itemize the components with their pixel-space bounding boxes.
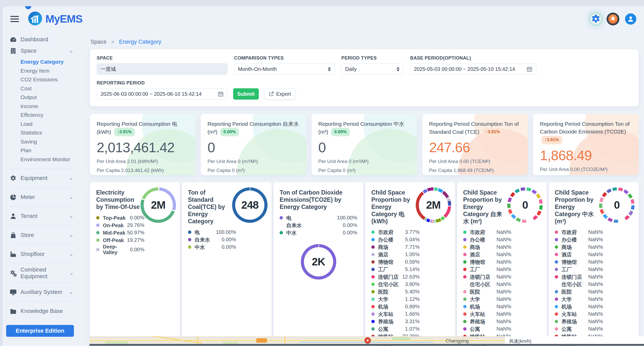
- sidebar-item-environment-monitor[interactable]: Environment Monitor: [3, 155, 77, 164]
- legend-item[interactable]: 办公楼NaN%: [463, 236, 511, 243]
- legend-item[interactable]: 中水0.00%: [280, 229, 357, 236]
- legend-item[interactable]: 大学1.12%: [371, 295, 420, 303]
- legend-item[interactable]: 酒店NaN%: [555, 251, 603, 258]
- legend-item[interactable]: 火车站1.66%: [371, 310, 420, 318]
- legend-item[interactable]: 医院NaN%: [555, 288, 603, 295]
- sidebar-item-store[interactable]: Store: [3, 227, 77, 243]
- sidebar-item-cost[interactable]: Cost: [3, 84, 77, 93]
- legend-item[interactable]: Top-Peak0.00%: [96, 214, 144, 222]
- legend-item[interactable]: Deep-Valley0.00%: [96, 244, 144, 255]
- person-icon: [10, 213, 17, 220]
- sidebar-item-load[interactable]: Load: [3, 120, 77, 129]
- legend-item[interactable]: 酒店NaN%: [463, 251, 511, 258]
- sidebar-item-statistics[interactable]: Statistics: [3, 128, 77, 137]
- legend-item[interactable]: 住宅小区NaN%: [555, 281, 603, 288]
- legend-item[interactable]: 商场NaN%: [555, 243, 603, 251]
- legend-value: NaN%: [588, 289, 603, 295]
- horizontal-scrollbar[interactable]: [90, 344, 644, 346]
- sidebar-item-equipment[interactable]: Equipment: [3, 170, 77, 186]
- export-button[interactable]: Export: [264, 88, 295, 100]
- breadcrumb-energy-category[interactable]: Energy Category: [119, 39, 161, 45]
- sidebar-item-income[interactable]: Income: [3, 102, 77, 111]
- notifications-bell-icon[interactable]: [607, 13, 619, 25]
- legend-item[interactable]: 火车站NaN%: [555, 310, 603, 318]
- legend-item[interactable]: 养殖场3.31%: [371, 318, 420, 325]
- map-strip[interactable]: Changying 风速(km/h): [90, 336, 644, 345]
- legend-item[interactable]: 机场NaN%: [463, 303, 511, 310]
- legend-item[interactable]: 公寓NaN%: [555, 325, 603, 333]
- legend-item[interactable]: 大学NaN%: [555, 295, 603, 303]
- sidebar-item-dashboard[interactable]: Dashboard: [3, 34, 77, 45]
- legend-item[interactable]: 办公楼5.04%: [371, 236, 420, 243]
- legend-item[interactable]: 商场NaN%: [463, 243, 511, 251]
- legend-item[interactable]: 酒店1.05%: [371, 251, 420, 258]
- enterprise-edition-button[interactable]: Enterprise Edition: [6, 325, 74, 337]
- legend-item[interactable]: Off-Peak19.27%: [96, 236, 144, 244]
- legend-item[interactable]: 连锁门店12.63%: [371, 273, 420, 281]
- submit-button[interactable]: Submit: [233, 88, 259, 100]
- sidebar-item-energy-item[interactable]: Energy Item: [3, 66, 77, 75]
- legend-label: 市政府: [561, 229, 588, 235]
- legend-color-dot: [463, 327, 467, 331]
- sidebar-item-meter[interactable]: Meter: [3, 189, 77, 205]
- legend-item[interactable]: 大学NaN%: [463, 295, 511, 303]
- legend-item[interactable]: 电100.00%: [188, 228, 236, 236]
- legend-item[interactable]: 养殖场NaN%: [463, 318, 511, 325]
- user-avatar[interactable]: [625, 13, 636, 25]
- legend-item[interactable]: 工厂NaN%: [463, 266, 511, 273]
- sidebar-item-energy-category[interactable]: Energy Category: [3, 57, 77, 66]
- legend-value: 100.00%: [216, 229, 236, 235]
- legend-item[interactable]: 医院NaN%: [463, 288, 511, 295]
- legend-item[interactable]: 博物馆NaN%: [555, 258, 603, 266]
- legend-item[interactable]: 办公楼NaN%: [555, 236, 603, 243]
- settings-gear-icon[interactable]: [591, 14, 601, 24]
- sidebar-item-combined-equipment[interactable]: Combined Equipment: [3, 265, 77, 281]
- sidebar-item-knowledge-base[interactable]: Knowledge Base: [3, 303, 77, 319]
- base-period-input[interactable]: 2025-05-03 00:00:00 ~ 2025-05-10 15:42:1…: [410, 63, 536, 75]
- sidebar-item-shopfloor[interactable]: Shopfloor: [3, 246, 77, 262]
- legend-item[interactable]: 连锁门店NaN%: [555, 273, 603, 281]
- legend-item[interactable]: 连锁门店NaN%: [463, 273, 511, 281]
- sidebar-item-auxiliary-system[interactable]: Auxiliary System: [3, 284, 77, 300]
- legend-item[interactable]: 住宅小区NaN%: [463, 281, 511, 288]
- legend-item[interactable]: 公寓NaN%: [463, 325, 511, 333]
- breadcrumb-space[interactable]: Space: [91, 39, 106, 45]
- sidebar-item-space[interactable]: Space: [3, 45, 77, 56]
- legend-item[interactable]: 博物馆0.58%: [371, 258, 420, 266]
- legend-item[interactable]: 博物馆NaN%: [463, 258, 511, 266]
- legend-item[interactable]: 市政府3.77%: [371, 228, 420, 236]
- legend-item[interactable]: On-Peak29.76%: [96, 222, 144, 229]
- legend-item[interactable]: 自来水0.00%: [280, 222, 357, 229]
- legend-label: 机场: [561, 304, 588, 310]
- sidebar-item-efficiency[interactable]: Efficiency: [3, 111, 77, 120]
- hamburger-menu-icon[interactable]: [10, 14, 19, 24]
- sidebar-item-co2-emissions[interactable]: CO2 Emissions: [3, 75, 77, 84]
- brand-logo[interactable]: MyEMS: [28, 12, 82, 26]
- map-road: [284, 336, 285, 345]
- reporting-period-input[interactable]: 2025-06-03 00:00:00 ~ 2025-06-10 15:42:1…: [97, 88, 227, 100]
- legend-item[interactable]: 工厂NaN%: [555, 266, 603, 273]
- legend-item[interactable]: 机场NaN%: [555, 303, 603, 310]
- period-types-select[interactable]: Daily: [341, 63, 403, 75]
- legend-item[interactable]: 养殖场NaN%: [555, 318, 603, 325]
- legend-item[interactable]: 医院5.40%: [371, 288, 420, 295]
- map-marker-pin[interactable]: [364, 337, 371, 344]
- legend-item[interactable]: 电100.00%: [280, 214, 357, 222]
- legend-item[interactable]: 住宅小区3.80%: [371, 281, 420, 288]
- legend-item[interactable]: 工厂5.14%: [371, 266, 420, 273]
- comparison-types-select[interactable]: Month-On-Month: [234, 63, 335, 75]
- legend-item[interactable]: 商场7.71%: [371, 243, 420, 251]
- legend-item[interactable]: 自来水0.00%: [188, 236, 236, 243]
- legend-item[interactable]: 中水0.00%: [188, 243, 236, 251]
- legend-item[interactable]: 机场0.89%: [371, 303, 420, 310]
- legend-item[interactable]: 市政府NaN%: [555, 228, 603, 236]
- sidebar-item-tenant[interactable]: Tenant: [3, 208, 77, 224]
- legend-item[interactable]: 火车站NaN%: [463, 310, 511, 318]
- legend-item[interactable]: Mid-Peak50.97%: [96, 229, 144, 236]
- sidebar-item-plan[interactable]: Plan: [3, 146, 77, 155]
- sidebar-item-saving[interactable]: Saving: [3, 137, 77, 146]
- space-input[interactable]: 一度城: [97, 63, 227, 75]
- legend-item[interactable]: 市政府NaN%: [463, 228, 511, 236]
- legend-item[interactable]: 公寓1.07%: [371, 325, 420, 333]
- sidebar-item-output[interactable]: Output: [3, 93, 77, 102]
